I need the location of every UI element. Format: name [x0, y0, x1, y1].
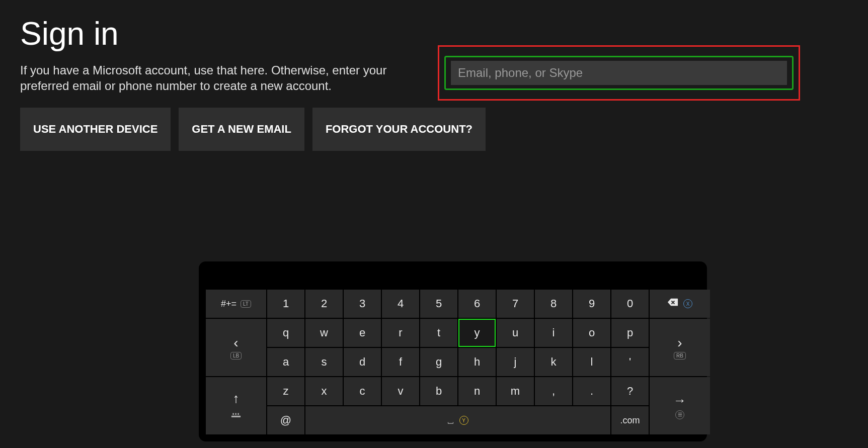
page-subtitle: If you have a Microsoft account, use tha… [20, 62, 403, 94]
key-enter[interactable]: → ☰ [650, 377, 710, 434]
key-v[interactable]: v [382, 377, 419, 405]
key-x[interactable]: x [305, 377, 343, 405]
key-c[interactable]: c [344, 377, 381, 405]
key-e[interactable]: e [344, 319, 381, 347]
key-z[interactable]: z [267, 377, 304, 405]
key-shift[interactable]: ↑ [206, 377, 266, 434]
key-4[interactable]: 4 [382, 290, 419, 318]
enter-arrow-right-icon: → [673, 393, 686, 408]
key-apostrophe[interactable]: ' [611, 348, 649, 376]
key-i[interactable]: i [535, 319, 572, 347]
key-question[interactable]: ? [611, 377, 649, 405]
key-at[interactable]: @ [267, 406, 304, 434]
key-f[interactable]: f [382, 348, 419, 376]
symbols-label: #+= [221, 299, 236, 309]
key-6[interactable]: 6 [458, 290, 496, 318]
caps-icon [231, 408, 241, 421]
key-comma[interactable]: , [535, 377, 572, 405]
key-u[interactable]: u [497, 319, 534, 347]
svg-rect-0 [231, 415, 241, 417]
svg-rect-1 [232, 413, 234, 414]
get-new-email-button[interactable]: GET A NEW EMAIL [179, 108, 304, 151]
key-backspace[interactable]: X [650, 290, 710, 318]
key-8[interactable]: 8 [535, 290, 572, 318]
key-m[interactable]: m [497, 377, 534, 405]
key-n[interactable]: n [458, 377, 496, 405]
key-1[interactable]: 1 [267, 290, 304, 318]
backspace-icon [667, 297, 678, 311]
svg-rect-3 [238, 413, 239, 414]
key-p[interactable]: p [611, 319, 649, 347]
key-t[interactable]: t [420, 319, 457, 347]
key-w[interactable]: w [305, 319, 343, 347]
key-r[interactable]: r [382, 319, 419, 347]
key-space[interactable]: ⎵ Y [305, 406, 610, 434]
key-b[interactable]: b [420, 377, 457, 405]
menu-button-icon: ☰ [675, 410, 684, 419]
key-9[interactable]: 9 [573, 290, 610, 318]
key-q[interactable]: q [267, 319, 304, 347]
key-o[interactable]: o [573, 319, 610, 347]
key-cursor-right[interactable]: › RB [650, 319, 710, 376]
signin-input[interactable] [451, 61, 787, 85]
key-3[interactable]: 3 [344, 290, 381, 318]
space-icon: ⎵ [448, 415, 454, 426]
forgot-account-button[interactable]: FORGOT YOUR ACCOUNT? [312, 108, 486, 151]
key-k[interactable]: k [535, 348, 572, 376]
key-5[interactable]: 5 [420, 290, 457, 318]
key-l[interactable]: l [573, 348, 610, 376]
rb-badge-icon: RB [674, 352, 686, 360]
key-y[interactable]: y [458, 319, 496, 347]
key-symbols[interactable]: #+= LT [206, 290, 266, 318]
key-7[interactable]: 7 [497, 290, 534, 318]
signin-input-highlight-box [438, 45, 800, 101]
onscreen-keyboard: #+= LT 1 2 3 4 5 6 7 8 9 0 X ‹ LB q w e … [199, 261, 707, 441]
key-2[interactable]: 2 [305, 290, 343, 318]
key-j[interactable]: j [497, 348, 534, 376]
use-another-device-button[interactable]: USE ANOTHER DEVICE [20, 108, 171, 151]
lt-badge-icon: LT [241, 300, 251, 308]
action-buttons-row: USE ANOTHER DEVICE GET A NEW EMAIL FORGO… [20, 108, 848, 151]
signin-input-focus-ring [444, 56, 794, 90]
chevron-right-icon: › [677, 336, 682, 350]
key-dotcom[interactable]: .com [611, 406, 649, 434]
key-s[interactable]: s [305, 348, 343, 376]
chevron-left-icon: ‹ [233, 336, 238, 350]
key-h[interactable]: h [458, 348, 496, 376]
x-button-icon: X [683, 299, 692, 308]
key-g[interactable]: g [420, 348, 457, 376]
svg-rect-2 [235, 413, 236, 414]
key-cursor-left[interactable]: ‹ LB [206, 319, 266, 376]
y-button-icon: Y [459, 416, 468, 425]
key-a[interactable]: a [267, 348, 304, 376]
key-period[interactable]: . [573, 377, 610, 405]
lb-badge-icon: LB [230, 352, 242, 360]
key-0[interactable]: 0 [611, 290, 649, 318]
shift-arrow-up-icon: ↑ [233, 391, 240, 406]
key-d[interactable]: d [344, 348, 381, 376]
